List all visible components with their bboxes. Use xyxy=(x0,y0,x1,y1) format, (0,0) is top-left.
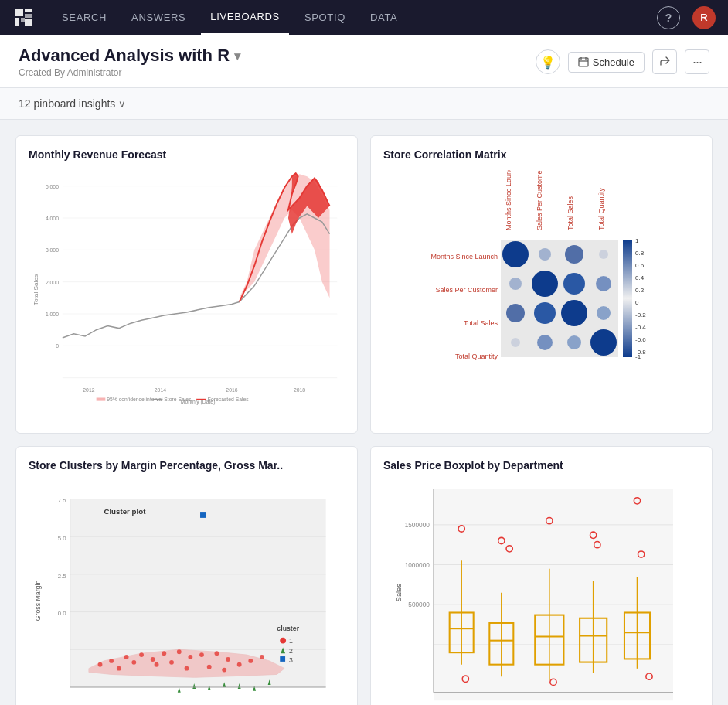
user-avatar[interactable]: R xyxy=(692,6,716,29)
svg-text:0.6: 0.6 xyxy=(635,262,645,269)
svg-point-105 xyxy=(109,659,114,663)
svg-text:2,000: 2,000 xyxy=(46,280,59,285)
app-logo[interactable] xyxy=(12,5,37,30)
share-icon xyxy=(658,56,671,68)
store-correlation-card: Store Correlation Matrix Months Since La… xyxy=(370,135,713,434)
svg-point-114 xyxy=(226,657,230,662)
nav-answers[interactable]: Answers xyxy=(122,0,195,35)
svg-text:Gross Margin: Gross Margin xyxy=(34,581,42,622)
monthly-revenue-chart: Total Sales 5,000 4,000 3,000 2,000 1,00… xyxy=(29,170,345,410)
svg-rect-32 xyxy=(97,398,106,401)
svg-text:0.4: 0.4 xyxy=(635,274,645,281)
svg-point-109 xyxy=(162,651,166,656)
nav-search[interactable]: Search xyxy=(53,0,116,35)
header-left: Advanced Analysis with R ▾ Created By Ad… xyxy=(19,46,240,78)
svg-text:-1: -1 xyxy=(635,353,641,360)
svg-rect-138 xyxy=(280,656,285,662)
schedule-icon xyxy=(578,56,589,67)
svg-point-134 xyxy=(280,638,286,644)
svg-text:3,000: 3,000 xyxy=(46,247,59,253)
svg-point-68 xyxy=(532,271,558,297)
svg-point-112 xyxy=(199,652,204,657)
svg-text:Sales Per Customer: Sales Per Customer xyxy=(536,170,543,230)
svg-point-120 xyxy=(185,666,189,671)
svg-text:-0.4: -0.4 xyxy=(635,324,646,331)
svg-text:1000000: 1000000 xyxy=(405,562,430,569)
svg-text:Months Since Launch: Months Since Launch xyxy=(505,170,512,230)
svg-text:5.0: 5.0 xyxy=(58,535,66,542)
svg-point-108 xyxy=(151,657,155,662)
svg-point-121 xyxy=(131,660,136,665)
share-button[interactable] xyxy=(652,49,677,74)
help-button[interactable]: ? xyxy=(657,6,680,29)
svg-point-117 xyxy=(260,655,264,659)
sales-boxplot-title: Sales Price Boxplot by Department xyxy=(383,459,699,472)
more-options-button[interactable]: ··· xyxy=(685,49,709,74)
svg-rect-6 xyxy=(579,58,588,66)
svg-point-110 xyxy=(177,649,182,654)
sales-boxplot-card: Sales Price Boxplot by Department 150000… xyxy=(370,446,713,705)
svg-rect-1 xyxy=(25,9,32,12)
insights-bar: 12 pinboard insights ∨ xyxy=(0,88,728,120)
svg-point-124 xyxy=(222,668,226,673)
svg-point-70 xyxy=(596,276,611,291)
svg-point-77 xyxy=(567,335,581,349)
svg-point-113 xyxy=(215,651,219,656)
page-header: Advanced Analysis with R ▾ Created By Ad… xyxy=(0,35,728,88)
top-navigation: Search Answers Liveboards SpotIQ Data ? … xyxy=(0,0,728,35)
schedule-button-label: Schedule xyxy=(593,56,634,68)
svg-point-75 xyxy=(511,338,520,347)
svg-text:Total Quantity: Total Quantity xyxy=(597,187,605,230)
svg-point-69 xyxy=(563,273,585,295)
svg-rect-132 xyxy=(200,512,206,518)
svg-point-107 xyxy=(139,652,144,657)
svg-text:Sales: Sales xyxy=(395,584,403,602)
svg-text:2018: 2018 xyxy=(294,387,305,393)
store-correlation-title: Store Correlation Matrix xyxy=(383,148,699,161)
svg-text:3: 3 xyxy=(289,656,293,664)
svg-point-78 xyxy=(590,329,617,356)
svg-point-106 xyxy=(124,655,129,659)
svg-text:2014: 2014 xyxy=(155,387,166,393)
store-clusters-card: Store Clusters by Margin Percentage, Gro… xyxy=(15,446,358,705)
svg-point-72 xyxy=(534,302,556,324)
insights-toggle[interactable]: 12 pinboard insights ∨ xyxy=(19,97,126,110)
svg-text:0: 0 xyxy=(635,299,639,306)
svg-text:2: 2 xyxy=(289,647,293,655)
svg-point-118 xyxy=(155,662,159,667)
svg-text:Store Sales: Store Sales xyxy=(164,396,192,401)
svg-text:2016: 2016 xyxy=(226,387,237,393)
svg-point-122 xyxy=(117,666,121,671)
nav-data[interactable]: Data xyxy=(361,0,407,35)
page-subtitle: Created By Administrator xyxy=(19,67,240,78)
svg-point-66 xyxy=(599,250,608,259)
svg-point-65 xyxy=(565,245,583,264)
nav-liveboards[interactable]: Liveboards xyxy=(201,0,289,35)
lightbulb-button[interactable]: 💡 xyxy=(536,49,560,74)
svg-point-104 xyxy=(98,662,103,667)
svg-text:0.2: 0.2 xyxy=(635,287,645,294)
svg-text:0: 0 xyxy=(56,343,59,349)
svg-text:1: 1 xyxy=(635,237,639,244)
nav-spotiq[interactable]: SpotIQ xyxy=(295,0,355,35)
schedule-button[interactable]: Schedule xyxy=(568,52,645,73)
svg-rect-3 xyxy=(21,18,25,22)
svg-point-76 xyxy=(537,335,553,350)
header-actions: 💡 Schedule ··· xyxy=(536,49,709,74)
svg-text:Total Sales: Total Sales xyxy=(566,196,574,230)
svg-text:Total Quantity: Total Quantity xyxy=(455,352,498,360)
svg-text:1500000: 1500000 xyxy=(405,522,430,529)
svg-rect-5 xyxy=(25,19,32,26)
svg-text:-0.6: -0.6 xyxy=(635,336,646,343)
svg-point-64 xyxy=(539,248,551,261)
title-chevron-icon[interactable]: ▾ xyxy=(234,49,240,63)
svg-point-115 xyxy=(237,662,242,667)
more-options-icon: ··· xyxy=(692,54,702,70)
svg-text:0.0: 0.0 xyxy=(58,610,66,617)
svg-text:Months Since Launch: Months Since Launch xyxy=(430,253,498,261)
svg-rect-2 xyxy=(15,18,19,26)
svg-point-71 xyxy=(506,304,525,322)
boxplot-svg: 1500000 1000000 500000 Sales xyxy=(383,481,699,705)
svg-text:Cluster plot: Cluster plot xyxy=(104,507,146,516)
svg-text:1: 1 xyxy=(289,637,293,645)
